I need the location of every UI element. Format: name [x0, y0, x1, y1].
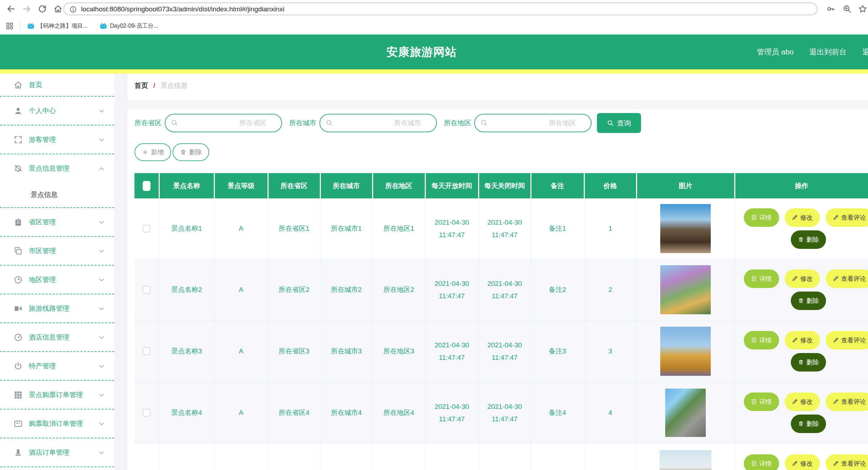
sidebar-item-label: 购票取消订单管理: [29, 419, 83, 428]
row-delete-button[interactable]: 删除: [791, 230, 826, 249]
logout-link[interactable]: 退出: [862, 47, 868, 57]
edit-button[interactable]: 修改: [785, 208, 820, 227]
filter-input[interactable]: [165, 114, 282, 132]
detail-button[interactable]: 详情: [744, 208, 779, 227]
sidebar-group: 景点购票订单管理: [0, 381, 114, 410]
exit-to-front-link[interactable]: 退出到前台: [809, 47, 847, 57]
pencil-icon: [833, 214, 839, 220]
cell-district: 所在地区3: [372, 320, 425, 382]
pencil-icon: [792, 460, 798, 466]
sidebar-item-personal-center[interactable]: 个人中心: [0, 97, 114, 125]
edit-button[interactable]: 修改: [785, 269, 820, 288]
row-delete-button[interactable]: 删除: [791, 292, 826, 310]
apps-grid-icon[interactable]: [6, 22, 14, 30]
edit-button[interactable]: 修改: [785, 331, 820, 349]
trash-icon: [798, 359, 804, 365]
select-all-checkbox[interactable]: [143, 181, 150, 191]
view-comments-button[interactable]: 查看评论: [826, 331, 868, 349]
pencil-icon: [833, 460, 839, 466]
detail-button[interactable]: 详情: [744, 269, 779, 288]
row-checkbox[interactable]: [143, 225, 150, 233]
detail-button[interactable]: 详情: [744, 392, 779, 411]
filter-group: 所在地区: [444, 114, 592, 132]
edit-button[interactable]: 修改: [785, 454, 820, 470]
view-comments-button[interactable]: 查看评论: [826, 392, 868, 411]
add-button[interactable]: 新增: [134, 143, 171, 161]
column-header: 景点名称: [159, 173, 214, 198]
sidebar-item-home[interactable]: 首页: [0, 74, 114, 96]
sidebar-item-province-management[interactable]: 省区管理: [0, 208, 114, 236]
home-button-icon[interactable]: [53, 4, 63, 14]
detail-button[interactable]: 详情: [744, 454, 779, 470]
table-row: 景点名称1A所在省区1所在城市1所在地区12021-04-30 11:47:47…: [134, 198, 868, 259]
column-header: 备注: [531, 173, 584, 198]
site-info-icon[interactable]: [69, 6, 77, 13]
sidebar-item-hotel-order-management[interactable]: 酒店订单管理: [0, 438, 114, 466]
bookmark-item[interactable]: Day02-09-员工分...: [100, 21, 158, 31]
back-icon[interactable]: [6, 4, 16, 14]
view-comments-button[interactable]: 查看评论: [826, 208, 868, 227]
cell-actions: 详情修改查看评论删除: [735, 198, 868, 259]
cell-open-time: 2021-04-30 11:47:47: [425, 320, 478, 382]
sidebar-group: 市区管理: [0, 237, 114, 266]
sidebar-group: 省区管理: [0, 208, 114, 237]
sidebar-item-city-management[interactable]: 市区管理: [0, 237, 114, 265]
address-bar[interactable]: localhost:8080/springboot073x3/admin/dis…: [63, 2, 817, 15]
edit-button[interactable]: 修改: [785, 392, 820, 411]
password-key-icon[interactable]: [826, 4, 835, 14]
cell-close-time: 2021-04-30 11:47:47: [478, 198, 531, 259]
detail-button[interactable]: 详情: [744, 331, 779, 349]
reload-icon[interactable]: [38, 4, 47, 14]
delete-button[interactable]: 删除: [173, 143, 209, 161]
sidebar-item-ticket-order-management[interactable]: 景点购票订单管理: [0, 381, 114, 409]
cell-city: 所在城市4: [320, 382, 372, 443]
sidebar-item-route-management[interactable]: 旅游线路管理: [0, 294, 114, 322]
zoom-in-icon[interactable]: [842, 4, 852, 14]
sidebar-item-scenic-info-management[interactable]: 景点信息管理: [0, 154, 114, 182]
bookmark-item[interactable]: 【码神之路】项目...: [27, 21, 88, 31]
sidebar-group: 地区管理: [0, 266, 114, 294]
row-checkbox[interactable]: [143, 286, 150, 294]
row-delete-button[interactable]: 删除: [791, 353, 826, 372]
row-checkbox[interactable]: [143, 347, 150, 355]
cell-grade: A: [214, 320, 268, 382]
cell-city: 所在城市1: [320, 198, 372, 259]
table-row: 2021-04-302021-04-30详情修改查看评论删除: [134, 443, 868, 470]
cell-grade: A: [214, 198, 268, 259]
row-checkbox[interactable]: [143, 409, 150, 417]
action-label: 删除: [806, 358, 819, 367]
sidebar-item-hotel-cancel-order-management[interactable]: 酒店取消订单管理: [0, 467, 114, 470]
sidebar-item-label: 省区管理: [29, 218, 56, 227]
forward-icon[interactable]: [22, 4, 31, 14]
sidebar-group: 酒店订单管理: [0, 438, 114, 467]
action-label: 修改: [800, 397, 813, 406]
filter-input[interactable]: [319, 114, 437, 132]
action-label: 删除: [806, 297, 819, 305]
sidebar-item-ticket-cancel-order-management[interactable]: 购票取消订单管理: [0, 410, 114, 438]
action-label: 查看评论: [841, 213, 866, 222]
bookmark-star-icon[interactable]: [858, 4, 867, 14]
row-delete-button[interactable]: 删除: [791, 415, 826, 433]
filter-input[interactable]: [474, 114, 592, 132]
sidebar-item-hotel-info-management[interactable]: 酒店信息管理: [0, 323, 114, 351]
gauge-icon: [14, 333, 23, 342]
grid-icon: [14, 390, 23, 400]
view-comments-button[interactable]: 查看评论: [826, 269, 868, 288]
scan-icon: [14, 135, 23, 144]
sidebar-item-district-management[interactable]: 地区管理: [0, 266, 114, 294]
query-button[interactable]: 查询: [597, 113, 641, 133]
pencil-icon: [833, 337, 839, 343]
actions: 详情修改查看评论删除: [742, 208, 868, 249]
breadcrumb-home[interactable]: 首页: [134, 81, 148, 90]
view-comments-button[interactable]: 查看评论: [826, 454, 868, 470]
sidebar-item-tourist-management[interactable]: 游客管理: [0, 125, 114, 154]
scenic-photo: [660, 204, 711, 253]
sidebar-subitem-scenic-info[interactable]: 景点信息: [0, 182, 114, 207]
user-icon: [14, 106, 23, 116]
search-icon: [480, 119, 488, 127]
table-row: 景点名称4A所在省区4所在城市4所在地区42021-04-30 11:47:47…: [134, 382, 868, 443]
actions: 详情修改查看评论删除: [742, 269, 868, 310]
sidebar-item-label: 酒店订单管理: [29, 448, 69, 457]
sidebar-item-specialty-management[interactable]: 特产管理: [0, 352, 114, 380]
column-header: 所在城市: [320, 173, 372, 198]
